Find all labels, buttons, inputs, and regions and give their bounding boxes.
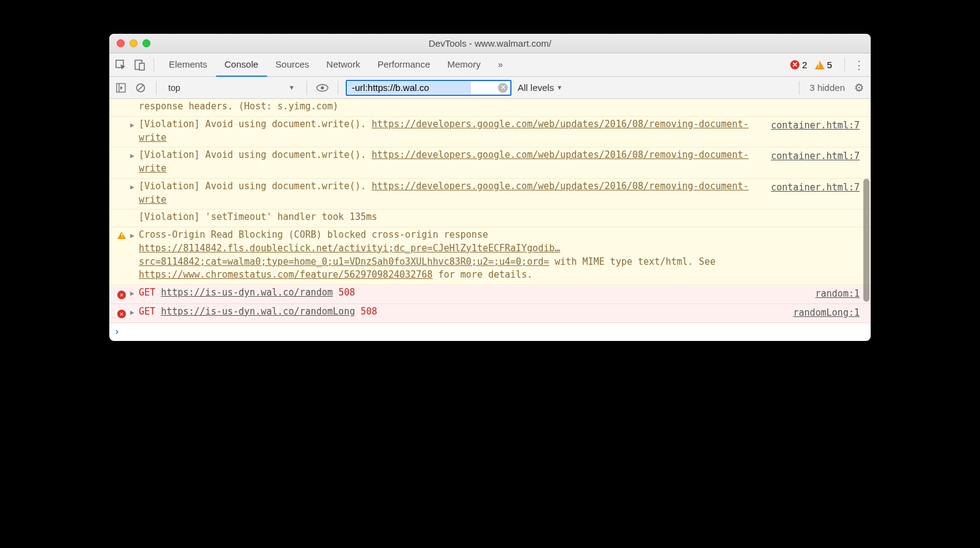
panel-tabs: Elements Console Sources Network Perform…: [160, 53, 511, 77]
warn-count: 5: [827, 60, 832, 70]
expand-arrow-icon[interactable]: ▶: [130, 149, 139, 176]
message-text: GET https://is-us-dyn.wal.co/random 508: [139, 286, 760, 301]
expand-arrow-icon[interactable]: ▶: [130, 305, 139, 320]
devtools-window: DevTools - www.walmart.com/ Elements Con…: [109, 34, 871, 341]
settings-gear-icon[interactable]: ⚙: [851, 80, 867, 96]
tab-network[interactable]: Network: [318, 53, 369, 77]
prompt-chevron-icon: ›: [114, 326, 120, 339]
tab-console[interactable]: Console: [216, 53, 267, 77]
hidden-count[interactable]: 3 hidden: [807, 82, 847, 93]
divider: [154, 58, 154, 72]
svg-point-6: [321, 86, 324, 89]
chevron-down-icon: ▼: [556, 84, 562, 91]
kebab-menu-icon[interactable]: ⋮: [851, 57, 867, 73]
filter-input[interactable]: [348, 82, 471, 94]
chevron-down-icon: ▼: [289, 84, 295, 91]
divider: [338, 81, 338, 95]
expand-arrow-icon[interactable]: ▶: [130, 180, 139, 207]
context-selector[interactable]: top ▼: [164, 81, 299, 95]
error-badge-icon: ✕: [113, 286, 130, 301]
error-count: 2: [802, 60, 807, 70]
status-code: 508: [338, 287, 355, 298]
source-link[interactable]: container.html:7: [760, 180, 871, 207]
source-link[interactable]: container.html:7: [760, 118, 871, 145]
message-text: GET https://is-us-dyn.wal.co/randomLong …: [139, 305, 760, 320]
console-message: ✕ ▶ GET https://is-us-dyn.wal.co/random …: [109, 285, 871, 304]
console-message: ▶ Cross-Origin Read Blocking (CORB) bloc…: [109, 227, 871, 285]
console-message: ✕ ▶ GET https://is-us-dyn.wal.co/randomL…: [109, 304, 871, 323]
divider: [799, 81, 799, 95]
expand-arrow-icon[interactable]: ▶: [130, 229, 139, 282]
close-icon[interactable]: [117, 39, 125, 47]
error-badge-icon: ✕: [113, 305, 130, 320]
live-expression-icon[interactable]: [314, 80, 330, 96]
error-count-icon: ✕: [790, 60, 799, 69]
source-link[interactable]: random:1: [760, 286, 871, 301]
blocked-url-link[interactable]: https://8114842.fls.doubleclick.net/acti…: [139, 243, 560, 267]
expand-arrow-icon[interactable]: ▶: [130, 118, 139, 145]
expand-arrow-icon[interactable]: ▶: [130, 286, 139, 301]
titlebar: DevTools - www.walmart.com/: [109, 34, 871, 53]
message-text: [Violation] Avoid using document.write()…: [139, 118, 760, 145]
show-sidebar-icon[interactable]: [113, 80, 129, 96]
traffic-lights: [117, 39, 150, 47]
levels-label: All levels: [518, 82, 554, 93]
console-message: [Violation] 'setTimeout' handler took 13…: [109, 209, 871, 227]
divider: [844, 58, 845, 72]
clear-filter-icon[interactable]: ✕: [498, 83, 508, 93]
inspect-icon[interactable]: [113, 57, 129, 73]
source-link[interactable]: container.html:7: [760, 149, 871, 176]
clear-console-icon[interactable]: [133, 80, 149, 96]
tab-memory[interactable]: Memory: [439, 53, 489, 77]
source-link[interactable]: randomLong:1: [760, 305, 871, 320]
message-text: response headers. (Host: s.yimg.com): [139, 100, 760, 114]
tab-elements[interactable]: Elements: [160, 53, 216, 77]
chromestatus-link[interactable]: https://www.chromestatus.com/feature/562…: [139, 269, 433, 280]
scrollbar-thumb[interactable]: [863, 179, 869, 302]
message-counts[interactable]: ✕ 2 5: [784, 60, 838, 70]
http-method: GET: [139, 306, 155, 317]
http-method: GET: [139, 287, 155, 298]
divider: [306, 81, 307, 95]
console-message: response headers. (Host: s.yimg.com): [109, 99, 871, 117]
tab-sources[interactable]: Sources: [267, 53, 318, 77]
request-url-link[interactable]: https://is-us-dyn.wal.co/randomLong: [161, 306, 355, 317]
console-output: response headers. (Host: s.yimg.com) ▶ […: [109, 99, 871, 341]
tabs-overflow-icon[interactable]: »: [489, 53, 511, 77]
window-title: DevTools - www.walmart.com/: [109, 38, 871, 49]
console-message: ▶ [Violation] Avoid using document.write…: [109, 117, 871, 148]
console-toolbar: top ▼ ✕ All levels ▼ 3 hidden ⚙: [109, 77, 871, 99]
divider: [156, 81, 157, 95]
console-message: ▶ [Violation] Avoid using document.write…: [109, 147, 871, 179]
message-text: [Violation] Avoid using document.write()…: [139, 149, 760, 176]
minimize-icon[interactable]: [130, 39, 138, 47]
console-message: ▶ [Violation] Avoid using document.write…: [109, 179, 871, 210]
console-prompt[interactable]: ›: [109, 323, 871, 342]
maximize-icon[interactable]: [142, 39, 150, 47]
svg-rect-2: [139, 63, 144, 70]
main-tabbar: Elements Console Sources Network Perform…: [109, 53, 871, 77]
status-code: 508: [360, 306, 377, 317]
message-text: [Violation] 'setTimeout' handler took 13…: [139, 211, 760, 224]
device-toggle-icon[interactable]: [131, 57, 147, 73]
tab-performance[interactable]: Performance: [369, 53, 439, 77]
filter-input-container: ✕: [346, 80, 511, 96]
warn-badge-icon: [113, 229, 130, 282]
request-url-link[interactable]: https://is-us-dyn.wal.co/random: [161, 287, 333, 298]
log-level-selector[interactable]: All levels ▼: [515, 82, 565, 93]
message-text: Cross-Origin Read Blocking (CORB) blocke…: [139, 229, 760, 282]
message-text: [Violation] Avoid using document.write()…: [139, 180, 760, 207]
warn-count-icon: [815, 61, 825, 69]
context-value: top: [168, 83, 180, 93]
